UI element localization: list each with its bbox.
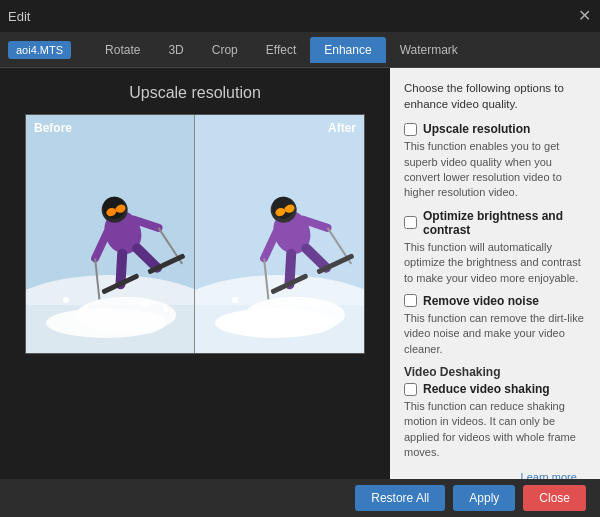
window-title: Edit <box>8 9 576 24</box>
option-desc-deshake: This function can reduce shaking motion … <box>404 399 586 461</box>
option-label-noise: Remove video noise <box>423 294 539 308</box>
preview-title: Upscale resolution <box>129 84 261 102</box>
close-button[interactable]: Close <box>523 485 586 511</box>
svg-point-42 <box>232 297 238 303</box>
main-content: Upscale resolution Before <box>0 68 600 479</box>
option-desc-upscale: This function enables you to get superb … <box>404 139 586 201</box>
option-label-upscale: Upscale resolution <box>423 122 530 136</box>
intro-text: Choose the following options to enhance … <box>404 80 586 112</box>
option-group-upscale: Upscale resolutionThis function enables … <box>404 122 586 201</box>
left-panel: Upscale resolution Before <box>0 68 390 479</box>
checkbox-brightness[interactable] <box>404 216 417 229</box>
restore-all-button[interactable]: Restore All <box>355 485 445 511</box>
apply-button[interactable]: Apply <box>453 485 515 511</box>
learn-more-link[interactable]: Learn more... <box>404 471 586 479</box>
tab-3d[interactable]: 3D <box>154 37 197 63</box>
svg-point-4 <box>46 308 166 338</box>
file-badge: aoi4.MTS <box>8 41 71 59</box>
option-row-deshake: Reduce video shaking <box>404 382 586 396</box>
tab-effect[interactable]: Effect <box>252 37 310 63</box>
option-row-noise: Remove video noise <box>404 294 586 308</box>
option-group-deshake: Reduce video shakingThis function can re… <box>404 382 586 461</box>
tab-watermark[interactable]: Watermark <box>386 37 472 63</box>
svg-point-22 <box>164 308 168 312</box>
tab-rotate[interactable]: Rotate <box>91 37 154 63</box>
edit-window: Edit ✕ aoi4.MTS Rotate3DCropEffectEnhanc… <box>0 0 600 517</box>
svg-point-19 <box>63 297 69 303</box>
before-label: Before <box>34 121 72 135</box>
checkbox-upscale[interactable] <box>404 123 417 136</box>
deshaking-section-label: Video Deshaking <box>404 365 586 379</box>
window-close-button[interactable]: ✕ <box>576 8 592 24</box>
right-panel: Choose the following options to enhance … <box>390 68 600 479</box>
option-row-upscale: Upscale resolution <box>404 122 586 136</box>
after-label: After <box>328 121 356 135</box>
svg-point-43 <box>253 305 257 309</box>
checkbox-noise[interactable] <box>404 294 417 307</box>
option-label-deshake: Reduce video shaking <box>423 382 550 396</box>
option-group-noise: Remove video noiseThis function can remo… <box>404 294 586 357</box>
svg-point-21 <box>142 299 150 307</box>
svg-point-20 <box>84 305 88 309</box>
preview-divider <box>194 115 195 354</box>
tab-crop[interactable]: Crop <box>198 37 252 63</box>
option-group-brightness: Optimize brightness and contrastThis fun… <box>404 209 586 286</box>
before-image <box>26 115 195 354</box>
title-bar: Edit ✕ <box>0 0 600 32</box>
checkbox-deshake[interactable] <box>404 383 417 396</box>
option-label-brightness: Optimize brightness and contrast <box>423 209 586 237</box>
tab-strip: aoi4.MTS Rotate3DCropEffectEnhanceWaterm… <box>0 32 600 68</box>
preview-container: Before <box>25 114 365 354</box>
preview-after: After <box>195 115 364 354</box>
svg-point-45 <box>333 308 337 312</box>
svg-point-44 <box>311 299 319 307</box>
option-desc-brightness: This function will automatically optimiz… <box>404 240 586 286</box>
tab-enhance[interactable]: Enhance <box>310 37 385 63</box>
preview-before: Before <box>26 115 195 354</box>
after-image <box>195 115 364 354</box>
option-row-brightness: Optimize brightness and contrast <box>404 209 586 237</box>
footer: Restore All Apply Close <box>0 479 600 517</box>
svg-point-27 <box>215 308 335 338</box>
option-desc-noise: This function can remove the dirt-like v… <box>404 311 586 357</box>
